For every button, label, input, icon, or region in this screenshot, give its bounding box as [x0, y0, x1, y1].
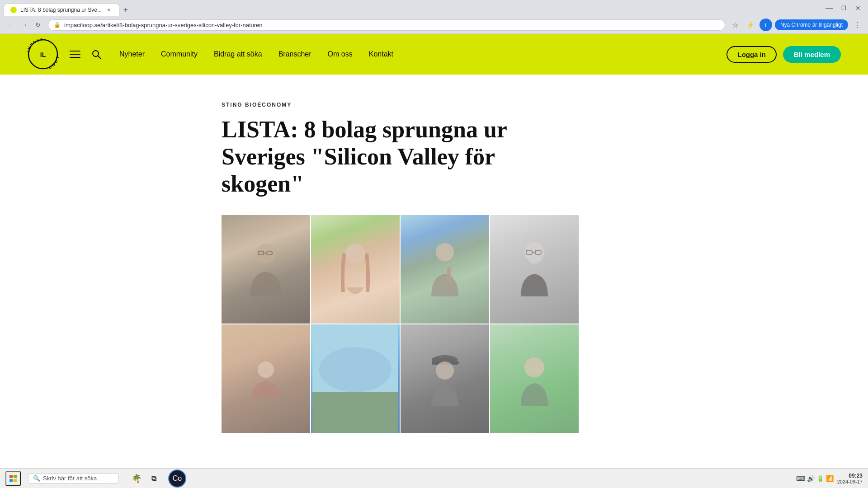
back-button[interactable]: ←	[5, 19, 17, 31]
person-photo-2	[311, 215, 400, 324]
svg-text:IMPACT: IMPACT	[27, 38, 44, 52]
tab-close-button[interactable]: ✕	[105, 6, 113, 14]
nav-nyheter[interactable]: Nyheter	[119, 50, 145, 58]
tab-favicon	[10, 7, 17, 13]
profile-button[interactable]: i	[760, 19, 772, 31]
main-navigation: Nyheter Community Bidrag att söka Bransc…	[119, 50, 393, 58]
person-photo-4	[490, 215, 579, 324]
person-image-7	[401, 324, 489, 433]
bookmark-button[interactable]: ☆	[729, 19, 741, 31]
menu-line-1	[70, 51, 80, 52]
new-tab-button[interactable]: +	[119, 4, 132, 16]
svg-point-6	[256, 244, 276, 263]
svg-point-24	[436, 361, 454, 380]
svg-rect-19	[312, 392, 398, 433]
join-button[interactable]: Bli medlem	[783, 46, 841, 63]
svg-text:IL: IL	[40, 51, 46, 58]
svg-rect-12	[447, 267, 451, 281]
nav-om-oss[interactable]: Om oss	[328, 50, 353, 58]
restore-window-button[interactable]: ❐	[837, 2, 850, 14]
person-photo-3	[401, 215, 489, 324]
person-photo-7	[401, 324, 489, 433]
browser-action-buttons: ☆ ⚡ i Nya Chrome är tillgängligt ⋮	[729, 19, 863, 31]
reload-button[interactable]: ↻	[32, 19, 44, 31]
person-photo-6	[311, 324, 400, 433]
chrome-update-button[interactable]: Nya Chrome är tillgängligt	[775, 19, 848, 30]
site-header: IMPACT LOOP IL	[0, 34, 868, 75]
browser-tabs: LISTA: 8 bolag sprungna ur Sve... ✕ + — …	[0, 0, 868, 16]
address-box[interactable]: 🔒 impactloop.se/artikel/8-bolag-sprungna…	[48, 19, 725, 31]
active-tab[interactable]: LISTA: 8 bolag sprungna ur Sve... ✕	[4, 3, 119, 16]
login-button[interactable]: Logga in	[726, 46, 777, 63]
main-content: STING BIOECONOMY LISTA: 8 bolag sprungna…	[185, 75, 683, 451]
article-tag: STING BIOECONOMY	[222, 102, 646, 108]
site-logo: IMPACT LOOP IL	[27, 38, 59, 70]
browser-chrome: LISTA: 8 bolag sprungna ur Sve... ✕ + — …	[0, 0, 868, 34]
forward-button[interactable]: →	[18, 19, 31, 31]
header-left: IMPACT LOOP IL	[27, 38, 393, 70]
image-grid	[222, 215, 579, 433]
person-photo-1	[222, 215, 310, 324]
menu-dots-button[interactable]: ⋮	[851, 19, 863, 31]
person-image-2	[311, 215, 400, 324]
person-image-5	[222, 324, 310, 433]
person-photo-8	[490, 324, 579, 433]
lock-icon: 🔒	[54, 22, 61, 28]
nav-community[interactable]: Community	[161, 50, 198, 58]
svg-point-17	[258, 361, 274, 378]
address-bar-container: ← → ↻ 🔒 impactloop.se/artikel/8-bolag-sp…	[0, 16, 868, 33]
tab-title: LISTA: 8 bolag sprungna ur Sve...	[20, 7, 102, 13]
logo-container[interactable]: IMPACT LOOP IL	[27, 38, 59, 70]
menu-line-2	[70, 54, 80, 55]
nav-bidrag[interactable]: Bidrag att söka	[214, 50, 262, 58]
site-wrapper: IMPACT LOOP IL	[0, 34, 868, 451]
svg-point-10	[345, 244, 365, 263]
svg-line-5	[98, 56, 101, 59]
person-photo-5	[222, 324, 310, 433]
svg-text:LOOP: LOOP	[47, 56, 59, 70]
header-right: Logga in Bli medlem	[726, 46, 841, 63]
address-text: impactloop.se/artikel/8-bolag-sprungna-u…	[64, 22, 719, 28]
nav-branscher[interactable]: Branscher	[278, 50, 311, 58]
article-title: LISTA: 8 bolag sprungna ur Sveriges "Sil…	[222, 116, 538, 197]
person-image-3	[401, 215, 489, 324]
svg-point-20	[319, 347, 392, 392]
browser-nav-buttons: ← → ↻	[5, 19, 44, 31]
person-image-8	[490, 324, 579, 433]
nav-kontakt[interactable]: Kontakt	[369, 50, 393, 58]
menu-line-3	[70, 57, 80, 58]
person-image-1	[222, 215, 310, 324]
search-button[interactable]	[91, 49, 101, 59]
svg-point-11	[436, 243, 454, 261]
svg-point-25	[524, 357, 544, 377]
extension-button-1[interactable]: ⚡	[744, 19, 757, 31]
hamburger-menu-button[interactable]	[68, 49, 82, 60]
close-window-button[interactable]: ✕	[852, 2, 864, 14]
minimize-window-button[interactable]: —	[823, 2, 835, 14]
person-image-6	[311, 324, 400, 433]
person-image-4	[490, 215, 579, 324]
